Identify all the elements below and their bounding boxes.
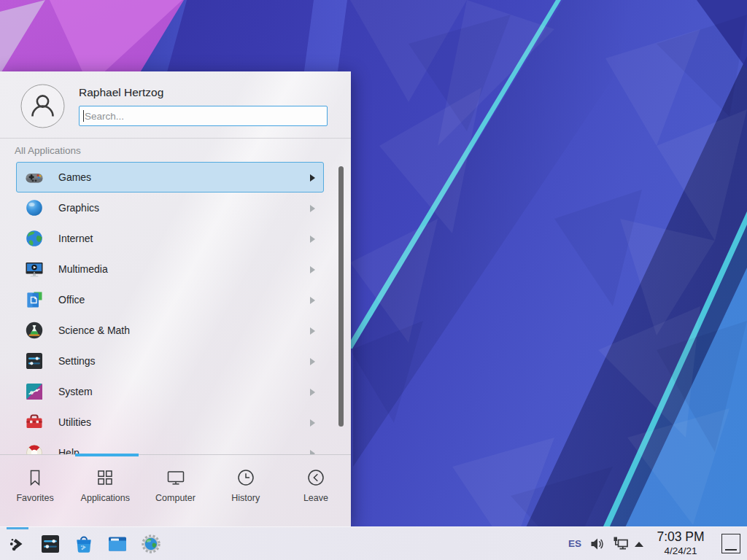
clock-date: 4/24/21 — [653, 545, 708, 557]
submenu-arrow-icon — [310, 205, 315, 212]
computer-icon — [166, 467, 186, 488]
menu-item-science-math[interactable]: Science & Math — [16, 315, 324, 346]
submenu-arrow-icon — [310, 358, 315, 365]
help-icon — [24, 443, 44, 454]
taskbar-app-file-manager[interactable] — [107, 533, 128, 555]
favorites-icon — [25, 467, 45, 488]
submenu-arrow-icon — [310, 419, 315, 427]
menu-item-label: Office — [58, 294, 85, 306]
submenu-arrow-icon — [310, 174, 315, 182]
system-icon — [24, 381, 44, 402]
office-icon — [24, 289, 44, 310]
section-label: All Applications — [15, 145, 81, 156]
keyboard-layout-indicator[interactable]: ES — [568, 527, 581, 560]
show-desktop-button[interactable] — [721, 534, 740, 553]
multimedia-icon — [24, 259, 44, 279]
menu-item-label: Settings — [58, 355, 96, 367]
tab-label: Computer — [155, 493, 196, 503]
science-icon — [24, 320, 44, 341]
menu-tab-bar: FavoritesApplicationsComputerHistoryLeav… — [0, 455, 351, 526]
taskbar-app-application-launcher[interactable] — [7, 533, 28, 555]
tab-label: Favorites — [16, 493, 53, 503]
submenu-arrow-icon — [310, 327, 315, 335]
internet-icon — [24, 228, 44, 249]
app-category-list: GamesGraphicsInternetMultimediaOfficeSci… — [0, 162, 336, 454]
history-icon — [236, 467, 256, 488]
taskbar-app-discover[interactable] — [73, 533, 95, 555]
menu-item-help[interactable]: Help — [16, 438, 324, 454]
header-separator — [0, 138, 351, 139]
menu-item-multimedia[interactable]: Multimedia — [16, 254, 324, 284]
menu-item-games[interactable]: Games — [16, 162, 324, 192]
menu-item-label: System — [58, 386, 93, 397]
taskbar-app-system-settings[interactable] — [39, 533, 61, 555]
menu-item-graphics[interactable]: Graphics — [16, 192, 324, 223]
digital-clock[interactable]: 7:03 PM 4/24/21 — [653, 529, 708, 557]
tab-applications[interactable]: Applications — [70, 455, 140, 526]
menu-item-utilities[interactable]: Utilities — [16, 407, 324, 438]
clock-time: 7:03 PM — [653, 529, 708, 545]
menu-item-label: Games — [58, 171, 91, 183]
expand-caret-icon[interactable] — [634, 541, 644, 548]
menu-item-label: Science & Math — [58, 324, 130, 336]
menu-item-label: Internet — [58, 233, 93, 244]
search-input[interactable]: Search... — [79, 106, 328, 126]
tab-label: History — [231, 493, 260, 503]
submenu-arrow-icon — [310, 266, 315, 273]
menu-item-label: Utilities — [58, 416, 91, 428]
menu-item-office[interactable]: Office — [16, 284, 324, 315]
graphics-icon — [24, 198, 44, 218]
utilities-icon — [24, 412, 44, 432]
application-launcher-menu: Raphael Hertzog Search... All Applicatio… — [0, 71, 351, 526]
leave-icon — [306, 467, 326, 488]
user-avatar-icon[interactable] — [20, 84, 65, 128]
active-tab-indicator — [75, 454, 139, 456]
network-icon[interactable] — [612, 535, 630, 553]
tab-leave[interactable]: Leave — [281, 455, 351, 526]
tab-computer[interactable]: Computer — [140, 455, 210, 526]
taskbar: ES 7:03 PM 4/24/21 — [0, 526, 747, 560]
submenu-arrow-icon — [310, 236, 315, 243]
tab-history[interactable]: History — [211, 455, 281, 526]
user-name: Raphael Hertzog — [79, 86, 163, 99]
menu-header: Raphael Hertzog Search... — [0, 71, 351, 139]
applications-icon — [95, 467, 115, 488]
active-task-indicator — [7, 527, 28, 529]
desktop: Raphael Hertzog Search... All Applicatio… — [0, 0, 747, 560]
menu-item-internet[interactable]: Internet — [16, 223, 324, 254]
menu-item-label: Multimedia — [58, 263, 108, 275]
text-cursor — [83, 110, 84, 122]
menu-item-system[interactable]: System — [16, 376, 324, 407]
scrollbar[interactable] — [338, 166, 344, 427]
volume-icon[interactable] — [590, 537, 605, 551]
search-placeholder: Search... — [85, 111, 124, 122]
tab-favorites[interactable]: Favorites — [0, 455, 70, 526]
taskbar-app-web-browser[interactable] — [140, 533, 162, 555]
submenu-arrow-icon — [310, 389, 315, 396]
menu-item-settings[interactable]: Settings — [16, 346, 324, 376]
submenu-arrow-icon — [310, 297, 315, 304]
tab-label: Applications — [81, 493, 130, 503]
games-icon — [24, 167, 44, 187]
settings-icon — [24, 351, 44, 371]
tab-label: Leave — [303, 493, 328, 503]
menu-item-label: Graphics — [58, 202, 99, 214]
